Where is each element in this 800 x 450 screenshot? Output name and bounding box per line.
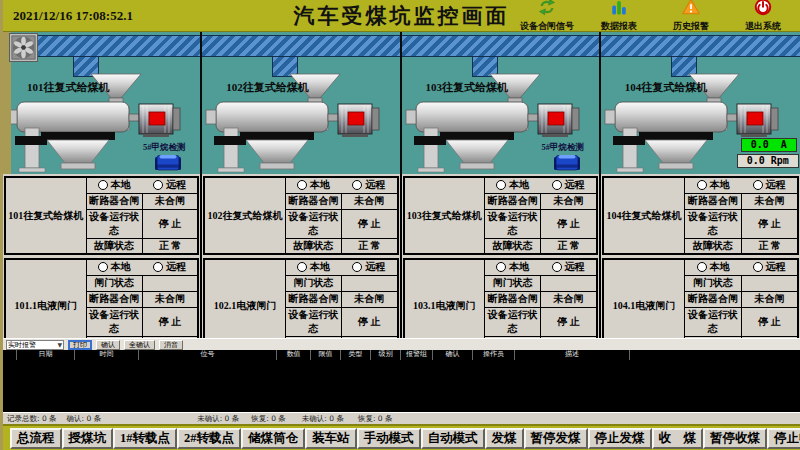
titlebar-button-exit-system[interactable]: 退出系统 [732, 0, 794, 33]
alarm-filter-dropdown[interactable]: 实时报警 ▼ [6, 340, 64, 350]
chevron-down-icon: ▼ [57, 341, 62, 348]
status-row-label: 设备运行状态 [285, 209, 341, 238]
radio-remote-label: 远程 [365, 178, 385, 192]
radio-local[interactable]: 本地 [98, 178, 131, 192]
radio-remote[interactable]: 远程 [753, 260, 786, 274]
status-row-value [142, 275, 198, 291]
ack-all-button[interactable]: 全确认 [124, 340, 155, 350]
nav-button-send-coal[interactable]: 发煤 [485, 428, 524, 449]
nav-button-transfer-point-1[interactable]: 1#转载点 [113, 428, 177, 449]
feeder-label: 101往复式给煤机 [27, 80, 110, 95]
alarm-count-item: 未确认: 0 条 [302, 414, 344, 424]
device-name-cell: 101往复式给煤机 [5, 177, 86, 254]
alarm-count-item: 记录总数: 0 条 [7, 414, 57, 424]
titlebar-buttons: 设备合闸信号数据报表历史报警退出系统 [516, 0, 800, 33]
status-row-value: 未合闸 [142, 291, 198, 307]
feeder-panel-4: 104往复式给煤机0.0 A0.0 Rpm [601, 32, 800, 174]
alarm-col-header[interactable]: 数值 [277, 350, 311, 360]
alarm-count-item: 确认: 0 条 [67, 414, 102, 424]
radio-local[interactable]: 本地 [297, 178, 330, 192]
radio-remote[interactable]: 远程 [552, 178, 585, 192]
radio-circle [697, 180, 707, 190]
radio-local[interactable]: 本地 [496, 260, 529, 274]
nav-button-transfer-point-2[interactable]: 2#转载点 [177, 428, 241, 449]
nav-button-stop-receive-coal[interactable]: 停止收煤 [767, 428, 800, 449]
titlebar-button-label: 设备合闸信号 [520, 20, 574, 33]
status-row-value [541, 275, 597, 291]
alarm-toolbar: 实时报警 ▼ 打印确认全确认消音 [3, 338, 800, 350]
feeder-status-table: 104往复式给煤机本地远程断路器合闸未合闸设备运行状态停 止故障状态正 常 [602, 176, 799, 255]
mute-button[interactable]: 消音 [159, 340, 183, 350]
status-row-value: 停 止 [142, 209, 198, 238]
radio-group: 本地远程 [87, 178, 198, 192]
alarm-col-header[interactable]: 限值 [311, 350, 341, 360]
radio-remote[interactable]: 远程 [352, 178, 385, 192]
methane-sensor-icon [155, 154, 181, 172]
alarm-status-bar: 记录总数: 0 条确认: 0 条未确认: 0 条恢复: 0 条未确认: 0 条恢… [3, 412, 800, 424]
status-row-value: 停 止 [541, 209, 597, 238]
radio-local[interactable]: 本地 [697, 260, 730, 274]
radio-remote[interactable]: 远程 [552, 260, 585, 274]
ack-button[interactable]: 确认 [96, 340, 120, 350]
nav-button-coal-pit[interactable]: 授煤坑 [62, 428, 114, 449]
status-row-value: 未合闸 [142, 193, 198, 209]
radio-local[interactable]: 本地 [496, 178, 529, 192]
status-row-label: 设备运行状态 [86, 209, 142, 238]
alarm-col-header[interactable]: 描述 [515, 350, 630, 360]
nav-button-pause-send-coal[interactable]: 暂停发煤 [524, 428, 588, 449]
alarm-col-header[interactable]: 位号 [139, 350, 277, 360]
nav-button-loading-station[interactable]: 装车站 [305, 428, 357, 449]
radio-circle [153, 180, 163, 190]
status-column-3: 103往复式给煤机本地远程断路器合闸未合闸设备运行状态停 止故障状态正 常103… [402, 174, 601, 338]
radio-remote[interactable]: 远程 [753, 178, 786, 192]
nav-button-manual-mode[interactable]: 手动模式 [357, 428, 421, 449]
alarm-col-header[interactable]: 确认 [433, 350, 473, 360]
current-display: 0.0 A [741, 138, 797, 152]
radio-local[interactable]: 本地 [697, 178, 730, 192]
status-row-label: 断路器合闸 [485, 193, 541, 209]
nav-button-receive-coal[interactable]: 收 煤 [652, 428, 704, 449]
exit-system-icon [753, 0, 773, 20]
print-button[interactable]: 打印 [68, 340, 92, 350]
radio-local[interactable]: 本地 [98, 260, 131, 274]
feeder-panel-3: 103往复式给煤机5#甲烷检测 [402, 32, 601, 174]
device-name-cell: 104往复式给煤机 [603, 177, 685, 254]
nav-button-auto-mode[interactable]: 自动模式 [421, 428, 485, 449]
feeder-panel-1: 101往复式给煤机5#甲烷检测 [3, 32, 202, 174]
nav-button-stop-send-coal[interactable]: 停止发煤 [588, 428, 652, 449]
nav-button-pause-receive-coal[interactable]: 暂停收煤 [703, 428, 767, 449]
titlebar-button-alarm-history[interactable]: 历史报警 [660, 0, 722, 33]
local-remote-cell: 本地远程 [86, 177, 198, 193]
titlebar-button-bar-chart[interactable]: 数据报表 [588, 0, 650, 33]
status-row-label: 设备运行状态 [685, 209, 742, 238]
radio-remote-label: 远程 [166, 260, 186, 274]
status-row-value: 正 常 [541, 238, 597, 254]
status-row-label: 断路器合闸 [285, 193, 341, 209]
nav-button-overview[interactable]: 总流程 [10, 428, 62, 449]
alarm-col-header[interactable]: 类型 [341, 350, 371, 360]
status-row-value [741, 275, 798, 291]
status-row-value: 未合闸 [541, 193, 597, 209]
bottom-navigation: 总流程授煤坑1#转载点2#转载点储煤筒仓装车站手动模式自动模式发煤暂停发煤停止发… [3, 424, 800, 450]
radio-remote-label: 远程 [766, 178, 786, 192]
nav-button-coal-silo[interactable]: 储煤筒仓 [241, 428, 305, 449]
titlebar-button-sync-arrows[interactable]: 设备合闸信号 [516, 0, 578, 33]
status-row-value: 未合闸 [741, 291, 798, 307]
device-name-cell: 103往复式给煤机 [404, 177, 485, 254]
alarm-col-header[interactable]: 报警组 [401, 350, 433, 360]
alarm-col-header[interactable]: 日期 [17, 350, 75, 360]
status-row-label: 设备运行状态 [285, 307, 341, 336]
sync-arrows-icon [537, 0, 557, 20]
radio-remote[interactable]: 远程 [153, 260, 186, 274]
mimic-area: 101往复式给煤机5#甲烷检测102往复式给煤机103往复式给煤机5#甲烷检测1… [3, 32, 800, 174]
radio-local[interactable]: 本地 [297, 260, 330, 274]
alarm-col-header[interactable]: 操作员 [473, 350, 515, 360]
alarm-col-header[interactable]: 级别 [371, 350, 401, 360]
radio-remote[interactable]: 远程 [352, 260, 385, 274]
alarm-filter-label: 实时报警 [8, 340, 36, 350]
feeder-label: 104往复式给煤机 [625, 80, 708, 95]
alarm-col-header[interactable]: 时间 [75, 350, 139, 360]
radio-remote[interactable]: 远程 [153, 178, 186, 192]
status-row-value [341, 275, 397, 291]
radio-group: 本地远程 [286, 178, 397, 192]
